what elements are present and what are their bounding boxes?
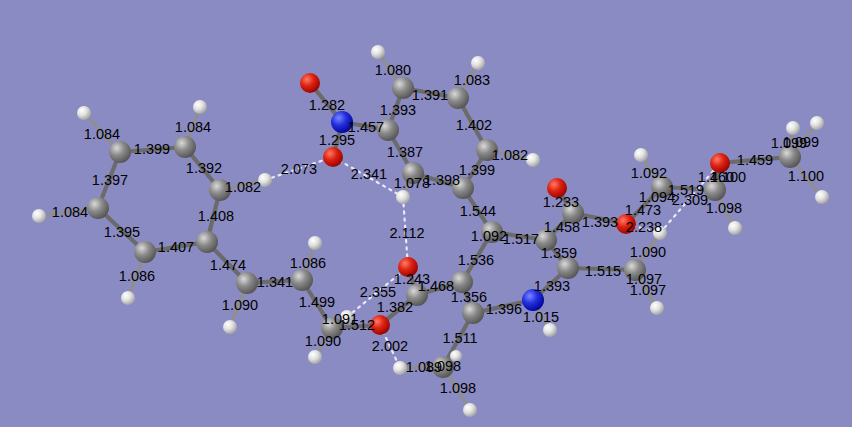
bond-length-label: 1.391 (412, 87, 448, 103)
bond-length-label: 1.084 (84, 126, 120, 142)
atom-H[interactable] (193, 100, 207, 114)
atom-C[interactable] (236, 272, 258, 294)
bond-length-label: 1.084 (52, 204, 88, 220)
bond-length-label: 1.359 (541, 245, 577, 261)
bond-length-label: 1.395 (104, 224, 140, 240)
atom-H[interactable] (308, 350, 322, 364)
atom-H[interactable] (77, 106, 91, 120)
bond-length-label: 1.515 (585, 263, 621, 279)
atom-H[interactable] (308, 236, 322, 250)
bond-length-label: 1.511 (442, 330, 477, 346)
bond-length-label: 1.468 (418, 278, 454, 294)
atom-C[interactable] (109, 141, 131, 163)
bond-length-label: 2.073 (281, 161, 317, 177)
bond-length-label: 1.090 (222, 297, 258, 313)
atom-O[interactable] (323, 147, 343, 167)
bond-length-label: 2.002 (372, 338, 408, 354)
bond-length-label: 1.090 (305, 333, 341, 349)
bond-length-label: 1.402 (456, 117, 492, 133)
atom-H[interactable] (815, 190, 829, 204)
bond-length-label: 1.098 (440, 380, 476, 396)
bond-length-label: 1.082 (492, 147, 528, 163)
bond-length-label: 1.408 (198, 208, 234, 224)
bond-length-label: 1.544 (460, 203, 496, 219)
atom-H[interactable] (471, 56, 485, 70)
atom-C[interactable] (462, 302, 484, 324)
bond-length-label: 2.238 (626, 219, 662, 235)
bond-length-label: 1.098 (706, 200, 742, 216)
atom-C[interactable] (392, 77, 414, 99)
bond-length-label: 2.341 (351, 166, 387, 182)
bond-length-label: 1.086 (290, 255, 326, 271)
bond-length-label: 1.015 (523, 309, 559, 325)
bond-length-label: 1.083 (454, 72, 490, 88)
atom-H[interactable] (543, 323, 557, 337)
bond-length-label: 1.457 (348, 119, 384, 135)
bond-length-label: 1.392 (186, 160, 222, 176)
atom-H[interactable] (650, 301, 664, 315)
atom-C[interactable] (291, 269, 313, 291)
bond-length-label: 1.393 (380, 102, 416, 118)
bond-length-label: 1.398 (424, 172, 460, 188)
bond-length-label: 1.517 (503, 231, 539, 247)
atom-H[interactable] (786, 121, 800, 135)
atom-C[interactable] (87, 197, 109, 219)
bond-length-label: 1.090 (630, 244, 666, 260)
atom-H[interactable] (463, 403, 477, 417)
bond-length-label: 1.282 (309, 97, 345, 113)
bond-length-label: 1.341 (257, 274, 293, 290)
bond-length-label: 1.407 (158, 239, 194, 255)
atom-H[interactable] (121, 291, 135, 305)
atom-H[interactable] (223, 320, 237, 334)
bond-length-label: 1.397 (92, 172, 128, 188)
atom-H[interactable] (371, 45, 385, 59)
bond-length-label: 1.080 (375, 62, 411, 78)
bond-length-label: 1.233 (543, 194, 579, 210)
molecule-canvas[interactable]: 1.0841.0841.3991.3921.3971.0822.0731.084… (0, 0, 852, 427)
molecule-viewport[interactable]: 1.0841.0841.3991.3921.3971.0822.0731.084… (0, 0, 852, 427)
bond-length-label: 1.097 (630, 282, 666, 298)
bond-length-label: 1.086 (119, 268, 155, 284)
bond-length-label: 1.092 (631, 165, 667, 181)
bond-length-label: 1.459 (737, 152, 773, 168)
bond-length-label: 1.393 (582, 214, 618, 230)
bond-length-label: 1.399 (459, 162, 495, 178)
bond-length-label: 1.382 (377, 299, 413, 315)
atom-C[interactable] (134, 241, 156, 263)
bond-length-label: 1.082 (225, 179, 261, 195)
bond-length-label: 1.512 (339, 317, 375, 333)
atom-H[interactable] (634, 148, 648, 162)
bond-length-label: 2.355 (360, 284, 396, 300)
atom-H[interactable] (728, 221, 742, 235)
bond-length-label: 1.098 (425, 358, 461, 374)
bond-length-label: 1.396 (486, 301, 522, 317)
bond-length-label: 1.499 (299, 294, 335, 310)
atom-H[interactable] (32, 209, 46, 223)
bond-length-label: 1.100 (788, 168, 824, 184)
atom-H[interactable] (810, 116, 824, 130)
bond-length-label: 1.458 (544, 219, 580, 235)
atom-C[interactable] (174, 136, 196, 158)
bond-length-label: 1.474 (210, 257, 246, 273)
bond-length-label: 1.387 (387, 144, 423, 160)
bond-length-label: 1.099 (783, 134, 819, 150)
bond-length-label: 1.393 (534, 278, 570, 294)
bond-length-label: 1.356 (451, 289, 487, 305)
bond-length-label: 1.536 (458, 252, 494, 268)
atom-C[interactable] (447, 87, 469, 109)
atom-C[interactable] (196, 231, 218, 253)
atom-H[interactable] (396, 190, 410, 204)
bond-length-label: 1.084 (175, 119, 211, 135)
bond-length-label: 1.100 (710, 169, 746, 185)
bond-length-label: 2.112 (389, 225, 424, 241)
atom-O[interactable] (300, 73, 320, 93)
bond-length-label: 1.092 (471, 228, 507, 244)
bond-length-label: 1.399 (134, 141, 170, 157)
